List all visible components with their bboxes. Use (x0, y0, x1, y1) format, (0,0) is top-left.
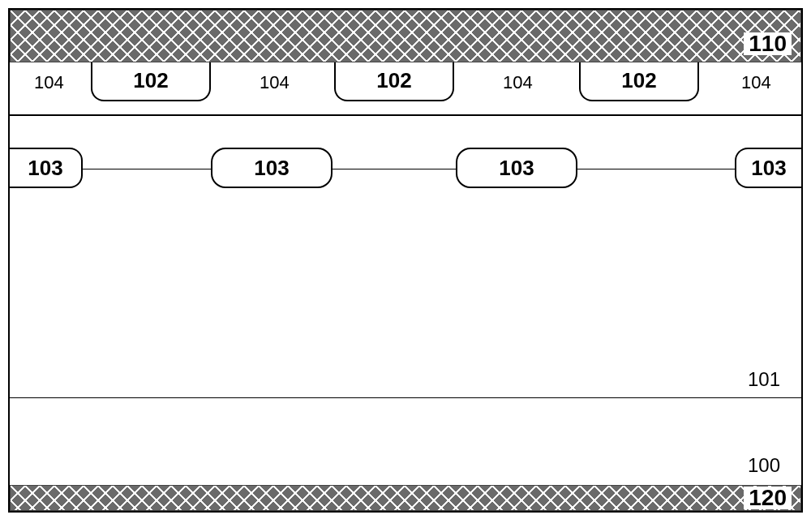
region-102: 102 (579, 62, 699, 101)
divider-101 (10, 397, 801, 398)
region-103: 103 (211, 148, 333, 188)
diagram-frame: 110 104 102 104 102 104 102 104 103 103 … (8, 8, 803, 513)
region-103: 103 (10, 148, 83, 188)
top-region-layer: 104 102 104 102 104 102 104 (10, 62, 801, 116)
label-110: 110 (744, 32, 792, 55)
region-103: 103 (456, 148, 577, 188)
label-104: 104 (503, 72, 533, 93)
label-104: 104 (260, 72, 290, 93)
top-hatched-layer (10, 10, 801, 62)
label-104: 104 (741, 72, 771, 93)
label-104: 104 (34, 72, 64, 93)
region-103: 103 (735, 148, 801, 188)
region-102: 102 (334, 62, 454, 101)
region-102: 102 (91, 62, 211, 101)
line-103 (10, 169, 801, 169)
label-100: 100 (748, 454, 780, 477)
label-101: 101 (748, 368, 780, 391)
bottom-hatched-layer (10, 485, 801, 511)
label-120: 120 (744, 487, 792, 509)
